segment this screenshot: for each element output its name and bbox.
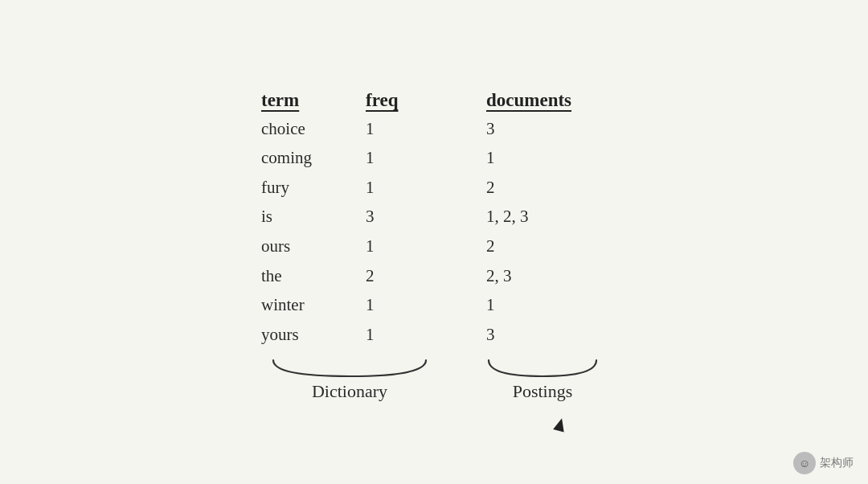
watermark: ☺ 架构师: [793, 452, 854, 474]
cell-term: fury: [261, 174, 366, 202]
cell-term: is: [261, 203, 366, 231]
cell-docs: 1: [486, 145, 615, 172]
dictionary-brace-block: Dictionary: [261, 357, 438, 402]
header-term: term: [261, 90, 366, 111]
table-row: fury12: [261, 174, 615, 202]
dictionary-label: Dictionary: [312, 381, 387, 402]
cell-freq: 2: [366, 263, 438, 290]
cell-freq: 1: [366, 145, 438, 172]
postings-brace-svg: [481, 357, 605, 379]
cell-term: the: [261, 263, 366, 290]
cell-docs: 1, 2, 3: [486, 203, 615, 231]
cell-freq: 1: [366, 322, 438, 349]
cell-docs: 1: [486, 292, 615, 319]
postings-brace-block: Postings: [478, 357, 607, 402]
table-row: choice13: [261, 116, 615, 143]
cell-term: winter: [261, 292, 366, 319]
cell-freq: 1: [366, 174, 438, 202]
table-row: coming11: [261, 145, 615, 172]
cell-freq: 3: [366, 203, 438, 231]
table-body: choice13coming11fury12is31, 2, 3ours12th…: [261, 116, 615, 351]
cell-docs: 2: [486, 233, 615, 260]
cell-freq: 1: [366, 116, 438, 143]
cell-term: yours: [261, 322, 366, 349]
watermark-icon: ☺: [793, 452, 816, 474]
dictionary-brace-svg: [265, 357, 434, 379]
table-row: ours12: [261, 233, 615, 260]
table-row: yours13: [261, 322, 615, 349]
cell-docs: 2, 3: [486, 263, 615, 290]
cell-freq: 1: [366, 233, 438, 260]
postings-label: Postings: [513, 381, 573, 402]
header-freq: freq: [366, 90, 438, 111]
bottom-labels: Dictionary Postings: [261, 357, 607, 402]
cell-docs: 2: [486, 174, 615, 202]
cell-term: choice: [261, 116, 366, 143]
cursor-icon: [553, 416, 567, 432]
main-content: term freq documents choice13coming11fury…: [253, 90, 615, 403]
cell-term: coming: [261, 145, 366, 172]
header-documents: documents: [486, 90, 615, 111]
table-header-row: term freq documents: [253, 90, 615, 111]
watermark-text: 架构师: [820, 456, 854, 470]
cell-freq: 1: [366, 292, 438, 319]
table-row: the22, 3: [261, 263, 615, 290]
table-row: is31, 2, 3: [261, 203, 615, 231]
cell-docs: 3: [486, 322, 615, 349]
table-row: winter11: [261, 292, 615, 319]
cell-docs: 3: [486, 116, 615, 143]
cell-term: ours: [261, 233, 366, 260]
